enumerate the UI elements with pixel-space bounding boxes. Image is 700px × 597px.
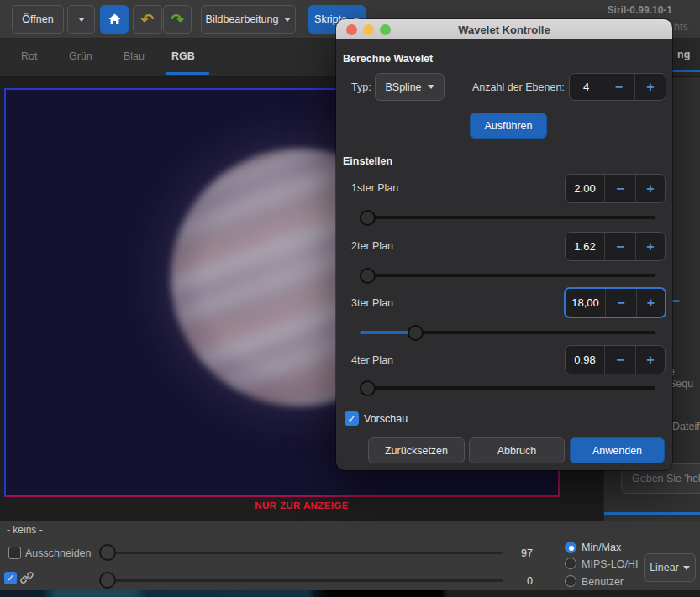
dialog-title: Wavelet Kontrolle bbox=[336, 24, 672, 36]
cancel-button[interactable]: Abbruch bbox=[469, 437, 565, 463]
undo-button[interactable]: ↶ bbox=[133, 5, 162, 34]
chevron-down-icon bbox=[78, 18, 85, 22]
mips-lohi-radio[interactable] bbox=[565, 558, 576, 569]
high-level-slider-track[interactable] bbox=[99, 552, 503, 554]
undo-icon: ↶ bbox=[141, 12, 155, 28]
plane3-value-input[interactable] bbox=[566, 296, 605, 309]
tab-blue[interactable]: Blau bbox=[124, 50, 145, 62]
mips-lohi-radio-label: MIPS-LO/HI bbox=[582, 558, 638, 570]
apply-button[interactable]: Anwenden bbox=[570, 437, 665, 463]
plane2-decrement-button[interactable]: − bbox=[604, 233, 635, 260]
plane3-spinbox: − + bbox=[564, 287, 666, 318]
high-level-value: 97 bbox=[509, 547, 533, 559]
apply-button-label: Anwenden bbox=[592, 445, 642, 457]
image-processing-menu-button[interactable]: Bildbearbeitung bbox=[201, 5, 296, 34]
plane3-increment-button[interactable]: + bbox=[636, 289, 665, 317]
plane1-value-input[interactable] bbox=[566, 182, 604, 195]
redo-icon: ↷ bbox=[171, 12, 184, 28]
image-processing-label: Bildbearbeitung bbox=[206, 13, 279, 25]
wavelet-type-dropdown[interactable]: BSpline bbox=[375, 73, 445, 101]
chain-link-icon bbox=[19, 570, 34, 585]
tab-red[interactable]: Rot bbox=[21, 50, 37, 62]
file-label-fragment: Dateif bbox=[672, 421, 700, 432]
plane2-label: 2ter Plan bbox=[351, 240, 393, 252]
levels-label: Anzahl der Ebenen: bbox=[472, 81, 565, 93]
cut-checkbox[interactable] bbox=[8, 547, 21, 559]
minmax-radio-label: Min/Max bbox=[582, 542, 621, 553]
display-mode-bottom-bar: - keins - Ausschneiden 97 ✓ 0 Min/Max MI… bbox=[0, 521, 700, 590]
sequence-label-fragment: e Sequ bbox=[669, 366, 700, 390]
plane1-spinbox: − + bbox=[565, 174, 666, 203]
settings-section-heading: Einstellen bbox=[343, 155, 392, 167]
plane2-value-input[interactable] bbox=[566, 240, 604, 253]
active-tab-underline bbox=[166, 72, 209, 75]
dialog-titlebar[interactable]: Wavelet Kontrolle bbox=[336, 19, 672, 39]
check-icon: ✓ bbox=[347, 413, 355, 425]
low-level-slider-track[interactable] bbox=[99, 579, 503, 582]
reset-button-label: Zurücksetzen bbox=[385, 445, 448, 457]
execute-button-label: Ausführen bbox=[485, 120, 533, 132]
plane3-label: 3ter Plan bbox=[351, 297, 393, 309]
plane4-slider-track[interactable] bbox=[360, 386, 655, 390]
plane4-spinbox: − + bbox=[565, 345, 666, 374]
plane3-decrement-button[interactable]: − bbox=[605, 289, 636, 317]
blue-dash-indicator bbox=[672, 300, 680, 302]
plane4-increment-button[interactable]: + bbox=[635, 346, 665, 374]
display-only-warning: NUR ZUR ANZEIGE bbox=[0, 500, 603, 511]
chevron-down-icon bbox=[284, 18, 291, 22]
plane4-decrement-button[interactable]: − bbox=[604, 346, 635, 374]
preview-checkbox-label: Vorschau bbox=[364, 413, 408, 425]
plane2-spinbox: − + bbox=[565, 232, 666, 261]
tab-green[interactable]: Grün bbox=[69, 50, 92, 62]
benutzer-radio[interactable] bbox=[565, 575, 576, 587]
channel-link-checkbox[interactable]: ✓ bbox=[4, 572, 17, 584]
home-button[interactable] bbox=[100, 5, 129, 34]
plane3-slider-knob[interactable] bbox=[408, 325, 424, 341]
plane4-label: 4ter Plan bbox=[351, 354, 393, 366]
chevron-down-icon bbox=[428, 85, 434, 89]
type-label: Typ: bbox=[351, 81, 371, 93]
redo-button[interactable]: ↷ bbox=[163, 5, 192, 34]
levels-spinbox: − + bbox=[569, 73, 666, 101]
open-dropdown-button[interactable] bbox=[67, 5, 95, 34]
truncated-text-fragment: hts bbox=[674, 21, 688, 33]
open-button-label: Öffnen bbox=[22, 13, 53, 25]
cut-checkbox-label: Ausschneiden bbox=[25, 547, 92, 559]
benutzer-radio-label: Benutzer bbox=[582, 576, 624, 588]
high-level-slider-knob[interactable] bbox=[99, 544, 116, 561]
minmax-radio[interactable] bbox=[565, 542, 576, 553]
compute-section-heading: Berechne Wavelet bbox=[343, 53, 433, 65]
check-icon: ✓ bbox=[7, 573, 14, 584]
desktop-background-strip bbox=[0, 590, 700, 597]
cancel-button-label: Abbruch bbox=[497, 445, 537, 457]
selection-mode-label: - keins - bbox=[7, 524, 43, 536]
execute-button[interactable]: Ausführen bbox=[470, 113, 547, 139]
open-button[interactable]: Öffnen bbox=[12, 5, 64, 34]
scale-mode-dropdown[interactable]: Linear bbox=[644, 553, 696, 582]
plane4-slider-knob[interactable] bbox=[360, 380, 376, 396]
plane2-increment-button[interactable]: + bbox=[635, 233, 665, 260]
wavelet-dialog: Wavelet Kontrolle Berechne Wavelet Typ: … bbox=[336, 19, 672, 470]
plane1-slider-track[interactable] bbox=[360, 216, 655, 219]
plane4-value-input[interactable] bbox=[566, 353, 604, 366]
right-panel-active-tab-fragment[interactable]: ng bbox=[677, 49, 690, 60]
plane1-label: 1ster Plan bbox=[351, 182, 398, 194]
levels-value-input[interactable] bbox=[570, 81, 603, 93]
wavelet-type-value: BSpline bbox=[385, 81, 421, 93]
low-level-value: 0 bbox=[509, 575, 533, 587]
plane2-slider-track[interactable] bbox=[360, 274, 655, 277]
plane1-increment-button[interactable]: + bbox=[635, 175, 665, 202]
levels-increment-button[interactable]: + bbox=[634, 74, 666, 100]
low-level-slider-knob[interactable] bbox=[99, 572, 116, 589]
progress-bar bbox=[604, 512, 700, 515]
home-icon bbox=[108, 13, 122, 26]
window-title: Siril-0.99.10-1 bbox=[588, 4, 672, 16]
tab-rgb[interactable]: RGB bbox=[171, 50, 195, 62]
chevron-down-icon bbox=[683, 566, 690, 570]
plane1-decrement-button[interactable]: − bbox=[604, 175, 635, 202]
plane2-slider-knob[interactable] bbox=[360, 268, 376, 284]
reset-button[interactable]: Zurücksetzen bbox=[368, 437, 465, 463]
plane1-slider-knob[interactable] bbox=[360, 210, 376, 226]
preview-checkbox[interactable]: ✓ bbox=[345, 411, 359, 426]
levels-decrement-button[interactable]: − bbox=[603, 74, 634, 100]
